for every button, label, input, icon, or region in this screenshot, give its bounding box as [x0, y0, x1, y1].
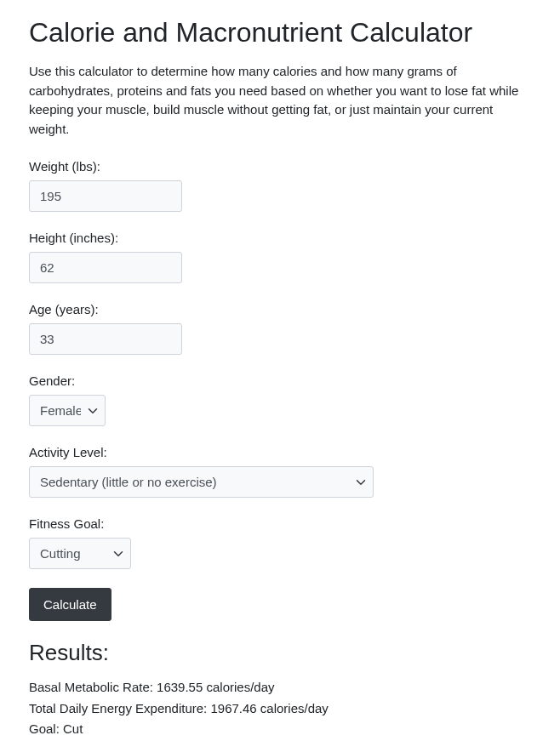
weight-group: Weight (lbs): — [29, 159, 531, 212]
intro-text: Use this calculator to determine how man… — [29, 62, 531, 139]
height-label: Height (inches): — [29, 231, 531, 245]
goal-select[interactable]: Cutting — [29, 538, 131, 569]
result-tdee: Total Daily Energy Expenditure: 1967.46 … — [29, 699, 531, 719]
page-title: Calorie and Macronutrient Calculator — [29, 17, 531, 48]
height-group: Height (inches): — [29, 231, 531, 283]
gender-label: Gender: — [29, 373, 531, 388]
gender-group: Gender: Female — [29, 373, 531, 426]
activity-select[interactable]: Sedentary (little or no exercise) — [29, 466, 374, 498]
weight-input[interactable] — [29, 180, 182, 212]
weight-label: Weight (lbs): — [29, 159, 531, 174]
calculate-button[interactable]: Calculate — [29, 588, 111, 621]
activity-group: Activity Level: Sedentary (little or no … — [29, 445, 531, 498]
age-group: Age (years): — [29, 302, 531, 355]
activity-label: Activity Level: — [29, 445, 531, 459]
age-label: Age (years): — [29, 302, 531, 316]
result-bmr: Basal Metabolic Rate: 1639.55 calories/d… — [29, 678, 531, 698]
result-goal: Goal: Cut — [29, 720, 531, 739]
results-heading: Results: — [29, 640, 531, 666]
goal-group: Fitness Goal: Cutting — [29, 516, 531, 569]
height-input[interactable] — [29, 252, 182, 283]
gender-select[interactable]: Female — [29, 395, 106, 426]
age-input[interactable] — [29, 323, 182, 355]
goal-label: Fitness Goal: — [29, 516, 531, 531]
